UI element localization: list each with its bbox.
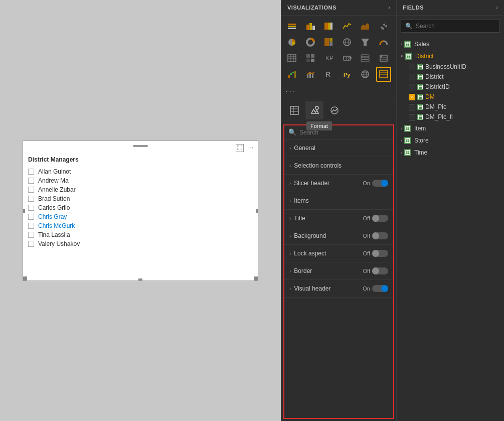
fields-tab-btn[interactable] [285, 101, 303, 119]
viz-line-chart[interactable] [340, 19, 355, 34]
fields-group-header[interactable]: ›Sales [397, 39, 504, 50]
viz-combo[interactable] [303, 67, 318, 82]
toggle-switch[interactable] [372, 180, 388, 187]
slicer-item[interactable]: Tina Lassila [28, 230, 253, 239]
viz-gauge[interactable] [376, 35, 391, 50]
viz-kpi[interactable]: KPI [321, 51, 336, 66]
svg-rect-56 [380, 71, 388, 78]
viz-clustered-bar[interactable] [303, 19, 318, 34]
slicer-checkbox[interactable] [28, 169, 34, 175]
format-section-row[interactable]: › Visual header On [284, 280, 393, 298]
slicer-item[interactable]: Chris McGurk [28, 221, 253, 230]
fields-group-table-icon [404, 149, 411, 156]
viz-more-dots[interactable]: ··· [281, 85, 396, 98]
resize-handle-corner-bl[interactable] [23, 276, 27, 280]
viz-pie[interactable] [284, 35, 299, 50]
format-section-row[interactable]: › Title Off [284, 210, 393, 227]
format-section-row[interactable]: › Selection controls [284, 157, 393, 175]
slicer-item[interactable]: Valery Ushakov [28, 239, 253, 248]
fields-item[interactable]: DM_Pic [397, 102, 504, 112]
svg-rect-93 [406, 138, 410, 143]
slicer-checkbox[interactable] [28, 232, 34, 238]
resize-handle-bottom[interactable] [138, 278, 142, 280]
format-section-row[interactable]: › Slicer header On [284, 175, 393, 192]
format-section-row[interactable]: › Border Off [284, 262, 393, 280]
fields-item-checkbox[interactable] [409, 74, 415, 80]
viz-treemap[interactable] [321, 35, 336, 50]
fields-item-checkbox[interactable] [409, 84, 415, 90]
analytics-tab-btn[interactable] [325, 101, 344, 119]
svg-rect-29 [311, 54, 314, 58]
viz-r-script[interactable]: R [321, 67, 336, 82]
viz-waterfall[interactable] [284, 67, 299, 82]
expand-icon[interactable]: ⛶ [236, 144, 244, 152]
toggle-switch[interactable] [372, 215, 388, 222]
slicer-item[interactable]: Annelie Zubar [28, 185, 253, 194]
format-section-row[interactable]: › General [284, 139, 393, 157]
viz-matrix[interactable] [303, 51, 318, 66]
slicer-item[interactable]: Andrew Ma [28, 176, 253, 185]
slicer-checkbox[interactable] [28, 214, 34, 220]
fields-group-header[interactable]: ›Store [397, 135, 504, 146]
slicer-item-label: Annelie Zubar [38, 186, 76, 193]
slicer-checkbox[interactable] [28, 178, 34, 184]
fields-group: ▾DistrictBusinessUnitIDDistrictDistrictI… [397, 51, 504, 122]
viz-globe[interactable] [358, 67, 373, 82]
fields-item[interactable]: ✓DM [397, 92, 504, 102]
slicer-item[interactable]: Carlos Grilo [28, 203, 253, 212]
fields-item[interactable]: DM_Pic_fl [397, 112, 504, 122]
fields-group-header[interactable]: ›Time [397, 147, 504, 158]
format-section-row[interactable]: › Items [284, 192, 393, 210]
resize-handle-corner-br[interactable] [254, 276, 258, 280]
viz-funnel[interactable] [358, 35, 373, 50]
resize-handle-left[interactable] [23, 209, 25, 213]
format-section-row[interactable]: › Background Off [284, 227, 393, 245]
viz-multi-row-card[interactable] [358, 51, 373, 66]
slicer-item[interactable]: Allan Guinot [28, 167, 253, 176]
format-section-row[interactable]: › Lock aspect Off [284, 245, 393, 262]
toggle-switch[interactable] [372, 267, 388, 274]
viz-slicer[interactable] [376, 51, 391, 66]
fields-item[interactable]: District [397, 72, 504, 82]
fields-group-header[interactable]: ›Item [397, 123, 504, 134]
slicer-checkbox[interactable] [28, 223, 34, 229]
format-section-left: › Selection controls [289, 162, 342, 169]
viz-scatter[interactable] [376, 19, 391, 34]
slicer-checkbox[interactable] [28, 196, 34, 202]
fields-item-checkbox[interactable]: ✓ [409, 94, 415, 100]
slicer-item[interactable]: Chris Gray [28, 212, 253, 221]
viz-card[interactable]: 123 [340, 51, 355, 66]
svg-rect-1 [288, 26, 296, 27]
slicer-checkbox[interactable] [28, 205, 34, 211]
viz-map[interactable] [340, 35, 355, 50]
toggle-switch[interactable] [372, 232, 388, 239]
format-tab-btn[interactable] [305, 101, 323, 119]
svg-rect-41 [381, 56, 382, 57]
viz-donut[interactable] [303, 35, 318, 50]
fields-search-input[interactable] [416, 23, 495, 30]
fields-item-checkbox[interactable] [409, 114, 415, 120]
fields-item-checkbox[interactable] [409, 64, 415, 70]
slicer-widget[interactable]: ⛶ ··· District Managers Allan GuinotAndr… [23, 141, 258, 281]
slicer-checkbox[interactable] [28, 241, 34, 247]
fields-item[interactable]: BusinessUnitID [397, 62, 504, 72]
toggle-switch[interactable] [372, 285, 388, 292]
viz-table[interactable] [284, 51, 299, 66]
drag-handle [133, 145, 148, 147]
viz-slicer-active[interactable] [376, 67, 391, 82]
fields-group-header[interactable]: ▾District [397, 51, 504, 62]
viz-stacked-bar[interactable] [284, 19, 299, 34]
fields-item[interactable]: DistrictID [397, 82, 504, 92]
slicer-item[interactable]: Brad Sutton [28, 194, 253, 203]
resize-handle-right[interactable] [256, 209, 258, 213]
more-options-icon[interactable]: ··· [247, 144, 254, 151]
fields-panel-collapse[interactable]: › [496, 4, 498, 11]
fields-item-checkbox[interactable] [409, 104, 415, 110]
slicer-checkbox[interactable] [28, 187, 34, 193]
toggle-switch[interactable] [372, 250, 388, 257]
viz-python[interactable]: Py [340, 67, 355, 82]
format-section-label: General [294, 145, 315, 152]
viz-area-chart[interactable] [358, 19, 373, 34]
viz-100-bar[interactable] [321, 19, 336, 34]
viz-panel-collapse[interactable]: › [388, 4, 390, 11]
